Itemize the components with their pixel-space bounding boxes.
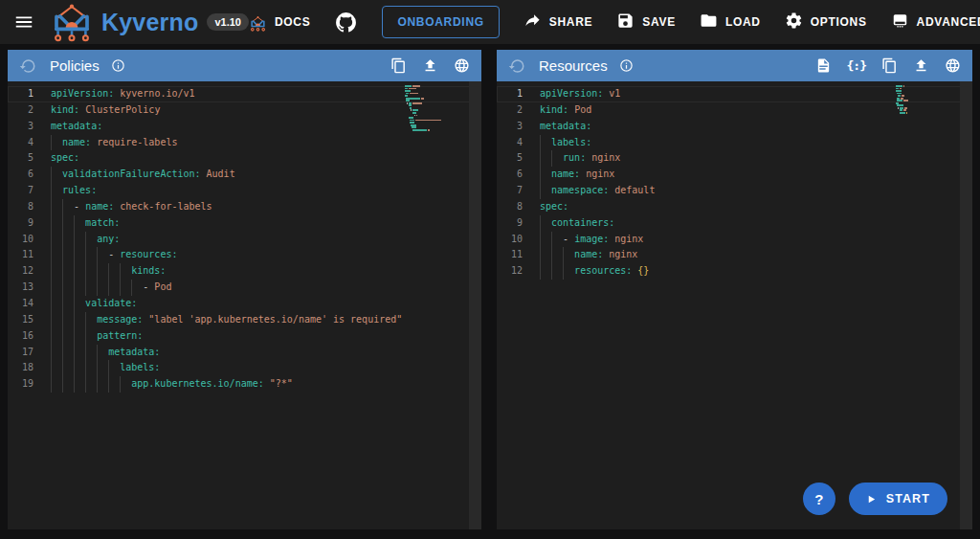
share-label: SHARE: [549, 15, 593, 29]
code-line[interactable]: 17metadata:: [8, 345, 481, 361]
code-line[interactable]: 3metadata:: [497, 119, 972, 135]
info-icon[interactable]: [111, 58, 125, 73]
save-icon: [616, 11, 635, 33]
upload-icon[interactable]: [913, 57, 929, 74]
advanced-button[interactable]: ADVANCED: [891, 11, 980, 33]
line-number: 4: [8, 135, 33, 151]
docs-button[interactable]: DOCS: [249, 14, 310, 31]
code-line[interactable]: 10any:: [8, 232, 481, 248]
code-line[interactable]: 4name: require-labels: [8, 135, 481, 151]
code-line[interactable]: 16pattern:: [8, 328, 481, 345]
globe-icon[interactable]: [945, 57, 961, 74]
line-number: 9: [497, 215, 523, 232]
kyverno-docs-icon: [249, 14, 267, 31]
code-line[interactable]: 19app.kubernetes.io/name: "?*": [8, 376, 481, 393]
line-number: 18: [8, 360, 33, 376]
line-number: 6: [8, 167, 33, 183]
info-icon[interactable]: [619, 58, 634, 73]
line-number: 2: [497, 102, 523, 119]
file-document-icon[interactable]: [815, 57, 832, 74]
code-line[interactable]: 13- Pod: [8, 280, 481, 296]
share-button[interactable]: SHARE: [523, 11, 593, 33]
restore-icon[interactable]: [19, 57, 36, 75]
line-number: 16: [8, 328, 33, 345]
docs-label: DOCS: [275, 15, 310, 29]
line-number: 8: [497, 199, 523, 215]
menu-icon[interactable]: [13, 11, 34, 33]
code-line[interactable]: 7namespace: default: [497, 183, 972, 199]
code-lines: 1apiVersion: kyverno.io/v12kind: Cluster…: [8, 86, 481, 393]
scrollbar[interactable]: [469, 81, 481, 529]
code-line[interactable]: 11name: nginx: [497, 247, 972, 263]
code-line[interactable]: 8spec:: [497, 199, 972, 215]
start-label: START: [886, 492, 930, 505]
upload-icon[interactable]: [422, 57, 438, 74]
github-icon[interactable]: [334, 11, 358, 34]
start-button[interactable]: START: [849, 483, 947, 515]
code-line[interactable]: 5run: nginx: [497, 150, 972, 167]
minimap[interactable]: [405, 85, 466, 131]
minimap[interactable]: [896, 85, 957, 115]
line-number: 11: [8, 247, 33, 263]
restore-icon[interactable]: [508, 57, 525, 75]
kyverno-playground: { "navbar": { "brand": "Kyverno", "versi…: [0, 0, 980, 539]
options-label: OPTIONS: [811, 15, 867, 29]
line-number: 2: [8, 102, 33, 119]
resources-editor[interactable]: 1apiVersion: v12kind: Pod3metadata:4labe…: [497, 81, 972, 529]
line-number: 11: [497, 247, 523, 263]
code-line[interactable]: 9containers:: [497, 215, 972, 232]
workspace: Policies 1apiVersion: kyverno.io/v12kind…: [8, 50, 972, 529]
floating-actions: ? START: [803, 483, 947, 515]
line-number: 9: [8, 215, 33, 232]
copy-icon[interactable]: [881, 57, 898, 74]
resources-panel: Resources {:} 1apiVersi: [497, 50, 972, 529]
line-number: 7: [497, 183, 523, 199]
code-line[interactable]: 5spec:: [8, 150, 481, 167]
code-line[interactable]: 9match:: [8, 215, 481, 232]
globe-icon[interactable]: [454, 57, 470, 74]
line-number: 17: [8, 345, 33, 361]
code-line[interactable]: 10- image: nginx: [497, 232, 972, 248]
line-number: 6: [497, 167, 523, 183]
line-number: 1: [497, 86, 523, 102]
policies-panel: Policies 1apiVersion: kyverno.io/v12kind…: [8, 50, 481, 529]
code-line[interactable]: 12resources: {}: [497, 263, 972, 280]
code-line[interactable]: 6validationFailureAction: Audit: [8, 167, 481, 183]
window-icon: [891, 11, 909, 33]
policies-panel-header: Policies: [8, 50, 481, 81]
options-button[interactable]: OPTIONS: [785, 11, 867, 33]
copy-icon[interactable]: [390, 57, 407, 74]
advanced-label: ADVANCED: [917, 15, 980, 29]
onboarding-button[interactable]: ONBOARDING: [382, 6, 499, 38]
code-line[interactable]: 7rules:: [8, 183, 481, 199]
code-line[interactable]: 11- resources:: [8, 247, 481, 263]
line-number: 12: [497, 263, 523, 280]
code-line[interactable]: 4labels:: [497, 135, 972, 151]
line-number: 8: [8, 199, 33, 215]
code-line[interactable]: 8- name: check-for-labels: [8, 199, 481, 215]
code-line[interactable]: 14validate:: [8, 296, 481, 312]
load-button[interactable]: LOAD: [700, 11, 761, 33]
line-number: 3: [8, 119, 33, 135]
navbar-actions: DOCS ONBOARDING SHARE SAVE LOAD OPTIONS: [249, 6, 980, 38]
top-navbar: Kyverno v1.10 DOCS ONB: [0, 0, 980, 44]
help-button[interactable]: ?: [803, 483, 835, 515]
scrollbar[interactable]: [960, 81, 972, 529]
line-number: 19: [8, 376, 33, 393]
code-json-icon[interactable]: {:}: [847, 58, 866, 73]
policies-editor[interactable]: 1apiVersion: kyverno.io/v12kind: Cluster…: [8, 81, 481, 529]
line-number: 5: [497, 150, 523, 167]
policies-header-actions: [390, 57, 470, 74]
code-line[interactable]: 12kinds:: [8, 263, 481, 280]
code-line[interactable]: 15message: "label 'app.kubernetes.io/nam…: [8, 312, 481, 328]
line-number: 15: [8, 312, 33, 328]
line-number: 3: [497, 119, 523, 135]
line-number: 13: [8, 280, 33, 296]
code-line[interactable]: 18labels:: [8, 360, 481, 376]
code-line[interactable]: 6name: nginx: [497, 167, 972, 183]
line-number: 12: [8, 263, 33, 280]
resources-panel-header: Resources {:}: [497, 50, 972, 81]
save-button[interactable]: SAVE: [616, 11, 676, 33]
version-badge: v1.10: [207, 13, 249, 31]
save-label: SAVE: [642, 15, 676, 29]
